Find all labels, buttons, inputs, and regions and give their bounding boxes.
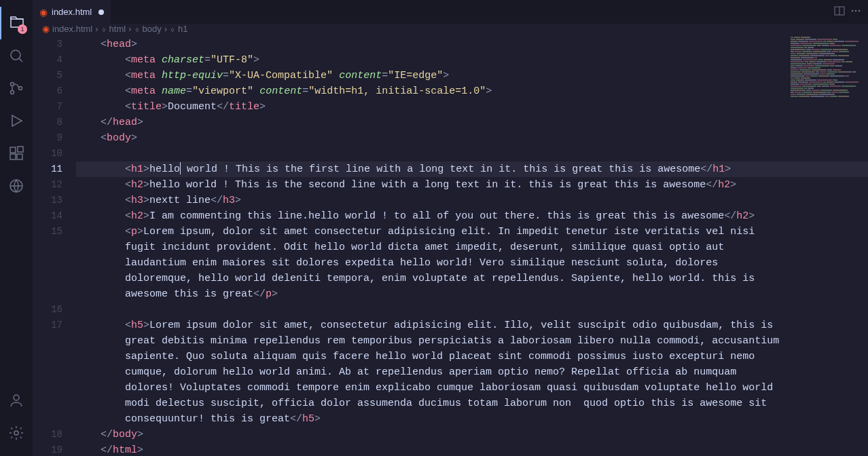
breadcrumb[interactable]: ◉index.html › ⬨html › ⬨body › ⬨h1: [33, 24, 868, 34]
split-editor-icon[interactable]: [834, 5, 845, 19]
svg-point-2: [11, 91, 14, 94]
svg-point-1: [11, 83, 14, 86]
run-debug-icon[interactable]: [0, 104, 33, 137]
svg-point-10: [14, 431, 18, 435]
breadcrumb-label: html: [109, 24, 126, 34]
breadcrumb-label: h1: [178, 24, 187, 34]
svg-point-12: [852, 10, 854, 12]
more-actions-icon[interactable]: [850, 5, 861, 19]
breadcrumb-label: body: [143, 24, 162, 34]
line-gutter: 345678910111213141516171819: [33, 34, 76, 456]
extensions-icon[interactable]: [0, 137, 33, 170]
svg-point-13: [855, 10, 857, 12]
svg-rect-4: [10, 147, 16, 153]
settings-icon[interactable]: [0, 417, 33, 449]
editor[interactable]: 345678910111213141516171819 <head> <meta…: [33, 34, 868, 456]
svg-rect-7: [18, 147, 23, 152]
accounts-icon[interactable]: [0, 384, 33, 417]
code-area[interactable]: <head> <meta charset="UTF-8"> <meta http…: [76, 34, 868, 456]
html-file-icon: ◉: [39, 7, 48, 18]
svg-rect-6: [17, 154, 22, 159]
svg-point-0: [11, 50, 20, 60]
chevron-right-icon: ›: [164, 24, 167, 34]
svg-rect-5: [10, 154, 16, 159]
svg-point-14: [858, 10, 861, 12]
modified-indicator-icon: [98, 10, 104, 15]
tag-icon: ⬨: [134, 24, 140, 34]
explorer-badge: 1: [18, 24, 27, 34]
breadcrumb-label: index.html: [52, 24, 92, 34]
svg-point-9: [14, 395, 19, 400]
tab-index-html[interactable]: ◉ index.html: [33, 0, 111, 24]
tab-bar: ◉ index.html: [33, 0, 868, 24]
html-file-icon: ◉: [42, 24, 50, 34]
source-control-icon[interactable]: [0, 72, 33, 104]
tab-filename: index.html: [52, 7, 92, 17]
search-icon[interactable]: [0, 39, 33, 72]
chevron-right-icon: ›: [128, 24, 131, 34]
explorer-icon[interactable]: 1: [0, 7, 33, 39]
tag-icon: ⬨: [170, 24, 175, 34]
activity-bar: 1: [0, 0, 33, 456]
tag-icon: ⬨: [101, 24, 107, 34]
chevron-right-icon: ›: [95, 24, 98, 34]
remote-icon[interactable]: [0, 170, 33, 202]
